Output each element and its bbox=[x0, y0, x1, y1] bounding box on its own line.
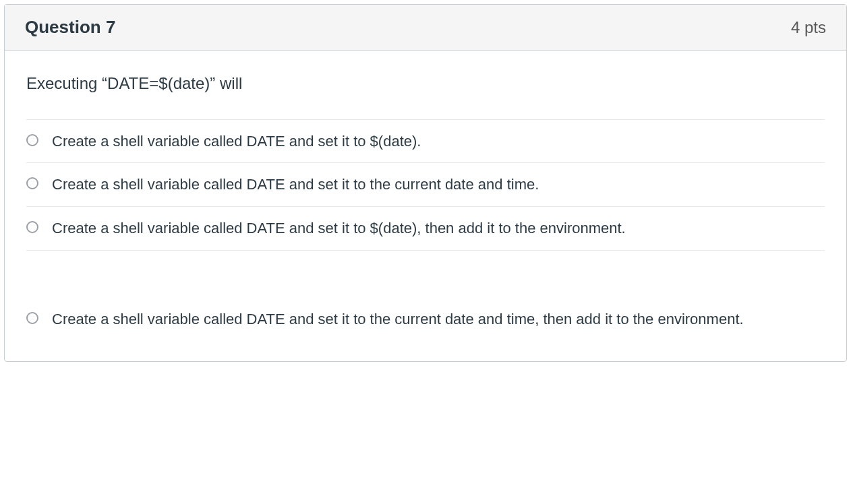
radio-input-2[interactable] bbox=[26, 221, 40, 234]
radio-icon bbox=[26, 177, 38, 189]
radio-icon bbox=[26, 312, 38, 324]
question-prompt: Executing “DATE=$(date)” will bbox=[26, 72, 825, 95]
options-group-top: Create a shell variable called DATE and … bbox=[26, 119, 825, 251]
radio-icon bbox=[26, 134, 38, 146]
option-row-1[interactable]: Create a shell variable called DATE and … bbox=[26, 162, 825, 206]
question-header: Question 7 4 pts bbox=[5, 5, 846, 51]
question-body: Executing “DATE=$(date)” will Create a s… bbox=[5, 51, 846, 361]
option-row-3[interactable]: Create a shell variable called DATE and … bbox=[26, 298, 825, 345]
radio-icon bbox=[26, 221, 38, 233]
option-row-0[interactable]: Create a shell variable called DATE and … bbox=[26, 119, 825, 163]
option-label-0: Create a shell variable called DATE and … bbox=[52, 131, 825, 152]
option-label-1: Create a shell variable called DATE and … bbox=[52, 174, 825, 195]
radio-input-3[interactable] bbox=[26, 312, 40, 325]
radio-input-0[interactable] bbox=[26, 134, 40, 148]
question-card: Question 7 4 pts Executing “DATE=$(date)… bbox=[4, 4, 847, 362]
options-gap bbox=[26, 251, 825, 298]
radio-input-1[interactable] bbox=[26, 177, 40, 191]
options-group-bottom: Create a shell variable called DATE and … bbox=[26, 298, 825, 345]
option-label-2: Create a shell variable called DATE and … bbox=[52, 218, 825, 239]
question-title: Question 7 bbox=[25, 17, 115, 38]
option-label-3: Create a shell variable called DATE and … bbox=[52, 309, 825, 330]
question-points: 4 pts bbox=[791, 18, 826, 37]
option-row-2[interactable]: Create a shell variable called DATE and … bbox=[26, 206, 825, 250]
